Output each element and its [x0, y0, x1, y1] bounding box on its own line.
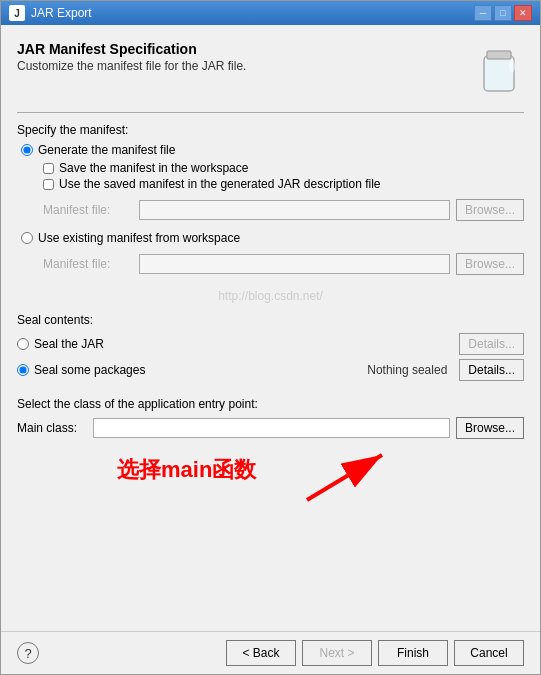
use-saved-checkbox[interactable] — [43, 179, 54, 190]
back-button[interactable]: < Back — [226, 640, 296, 666]
main-class-browse-button[interactable]: Browse... — [456, 417, 524, 439]
footer-right: < Back Next > Finish Cancel — [226, 640, 524, 666]
page-title: JAR Manifest Specification — [17, 41, 246, 57]
seal-section-label: Seal contents: — [17, 313, 524, 327]
svg-rect-0 — [484, 56, 514, 91]
window-title: JAR Export — [31, 6, 92, 20]
seal-section: Seal contents: Seal the JAR Details... — [17, 313, 524, 381]
svg-point-2 — [509, 59, 515, 73]
seal-jar-row: Seal the JAR Details... — [17, 333, 524, 355]
page-subtitle: Customize the manifest file for the JAR … — [17, 59, 246, 73]
annotation-arrow-icon — [297, 445, 397, 510]
footer-left: ? — [17, 642, 39, 664]
svg-rect-1 — [487, 51, 511, 59]
header-text: JAR Manifest Specification Customize the… — [17, 41, 246, 73]
seal-jar-label: Seal the JAR — [34, 337, 104, 351]
window: J JAR Export ─ □ ✕ JAR Manifest Specific… — [0, 0, 541, 675]
manifest-field-label-2: Manifest file: — [43, 257, 133, 271]
entry-point-label: Select the class of the application entr… — [17, 397, 524, 411]
manifest-input-1[interactable] — [139, 200, 450, 220]
use-saved-label: Use the saved manifest in the generated … — [59, 177, 381, 191]
seal-jar-radio-item: Seal the JAR — [17, 337, 104, 351]
title-bar-controls: ─ □ ✕ — [474, 5, 532, 21]
watermark: http://blog.csdn.net/ — [17, 289, 524, 303]
save-manifest-label: Save the manifest in the workspace — [59, 161, 248, 175]
manifest-field-row-1: Manifest file: Browse... — [43, 199, 524, 221]
seal-jar-details-button[interactable]: Details... — [459, 333, 524, 355]
seal-some-radio[interactable] — [17, 364, 29, 376]
minimize-button[interactable]: ─ — [474, 5, 492, 21]
annotation-area: 选择main函数 — [17, 445, 524, 515]
help-button[interactable]: ? — [17, 642, 39, 664]
existing-radio-item: Use existing manifest from workspace — [21, 231, 524, 245]
manifest-section-label: Specify the manifest: — [17, 123, 524, 137]
header-section: JAR Manifest Specification Customize the… — [17, 41, 524, 96]
manifest-input-2[interactable] — [139, 254, 450, 274]
seal-some-row: Seal some packages Nothing sealed Detail… — [17, 359, 524, 381]
main-content: JAR Manifest Specification Customize the… — [1, 25, 540, 631]
main-class-input[interactable] — [93, 418, 450, 438]
jar-icon — [474, 41, 524, 96]
window-icon: J — [9, 5, 25, 21]
main-class-row: Main class: Browse... — [17, 417, 524, 439]
generate-radio[interactable] — [21, 144, 33, 156]
finish-button[interactable]: Finish — [378, 640, 448, 666]
svg-line-4 — [307, 455, 382, 500]
title-bar: J JAR Export ─ □ ✕ — [1, 1, 540, 25]
nothing-sealed-label: Nothing sealed — [367, 363, 447, 377]
main-class-label: Main class: — [17, 421, 87, 435]
manifest-checkbox-group: Save the manifest in the workspace Use t… — [43, 161, 524, 191]
existing-radio-label: Use existing manifest from workspace — [38, 231, 240, 245]
cancel-button[interactable]: Cancel — [454, 640, 524, 666]
close-button[interactable]: ✕ — [514, 5, 532, 21]
footer: ? < Back Next > Finish Cancel — [1, 631, 540, 674]
entry-point-section: Select the class of the application entr… — [17, 397, 524, 439]
seal-jar-radio[interactable] — [17, 338, 29, 350]
manifest-field-label-1: Manifest file: — [43, 203, 133, 217]
header-divider — [17, 112, 524, 113]
save-manifest-checkbox-item: Save the manifest in the workspace — [43, 161, 524, 175]
generate-radio-item: Generate the manifest file — [21, 143, 524, 157]
save-manifest-checkbox[interactable] — [43, 163, 54, 174]
seal-some-radio-item: Seal some packages — [17, 363, 145, 377]
annotation-text: 选择main函数 — [117, 455, 256, 485]
maximize-button[interactable]: □ — [494, 5, 512, 21]
manifest-browse-button-1[interactable]: Browse... — [456, 199, 524, 221]
manifest-browse-button-2[interactable]: Browse... — [456, 253, 524, 275]
existing-radio[interactable] — [21, 232, 33, 244]
manifest-field-row-2: Manifest file: Browse... — [43, 253, 524, 275]
seal-some-label: Seal some packages — [34, 363, 145, 377]
generate-radio-label: Generate the manifest file — [38, 143, 175, 157]
manifest-section: Specify the manifest: Generate the manif… — [17, 123, 524, 275]
next-button[interactable]: Next > — [302, 640, 372, 666]
manifest-radio-group: Generate the manifest file Save the mani… — [21, 143, 524, 275]
use-saved-checkbox-item: Use the saved manifest in the generated … — [43, 177, 524, 191]
seal-some-details-button[interactable]: Details... — [459, 359, 524, 381]
